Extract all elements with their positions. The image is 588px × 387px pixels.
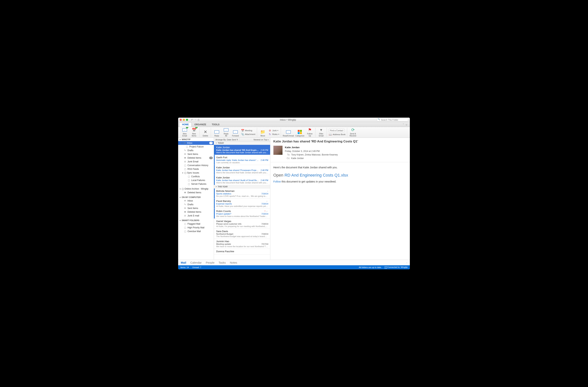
folder-drafts[interactable]: ✎Drafts [178,149,214,152]
nav-notes[interactable]: Notes [230,261,237,264]
message-item[interactable]: Katie JordanKatie Jordan has shared 'Aud… [214,175,270,185]
follow-link[interactable]: Follow [273,180,281,183]
smartfolders-header[interactable]: SMART FOLDERS [178,219,214,222]
message-preview: We need to have a review about the North… [216,215,268,217]
account-header[interactable]: WINGTIP [178,138,214,141]
attachment-button[interactable]: 📎 Attachment [241,133,255,136]
message-item[interactable]: Garth FortAutomatic reply: Katie Jordan … [214,155,270,165]
folder-icon: ▢ [184,172,186,174]
unread-badge: 7 [209,142,213,144]
message-group-header[interactable]: TODAY [214,141,270,145]
folder-conversation-history[interactable]: ▢Conversation History [178,163,214,167]
message-item[interactable]: Katie JordanKatie Jordan has shared 'RD … [214,145,270,155]
folder-sync-issues[interactable]: ▢Sync Issues [178,171,214,175]
message-from: Sara Davis [216,230,228,233]
calendar-icon: 📅 [241,129,244,132]
filter-email-button[interactable]: ▾ Filter Email [317,127,325,137]
funnel-icon: ▾ [318,127,324,133]
om-inbox[interactable]: ✉Inbox [178,199,214,203]
message-item[interactable]: Junmin HaoMeeting update7/17/14We have t… [214,239,270,249]
redo-icon[interactable]: ↷ [194,118,197,121]
message-item[interactable]: Pavel Bansky←Expense reports7/18/14Hi Ka… [214,198,270,209]
arrange-bar[interactable]: Arrange By: Date Sent ⇅ Newest on Top ▾ [214,138,270,141]
folder-inbox[interactable]: ✉ Inbox 7 [178,141,214,145]
search-input[interactable] [377,118,408,121]
ribbon-collapse-icon[interactable]: ˄ [403,123,404,126]
message-item[interactable]: Garret VargasPlease send customer info7/… [214,219,270,229]
folder-junk[interactable]: ⊘Junk Email [178,160,214,163]
feedback-icon[interactable]: ☺ [405,123,408,126]
print-icon[interactable]: ⎙ [198,118,199,121]
folder-project-falcon[interactable]: ▢Project Falcon [178,145,214,149]
follow-up-button[interactable]: ⚑ Follow Up [306,127,314,137]
nav-people[interactable]: People [206,261,214,264]
message-item[interactable]: Sara DavisNorthwind Budget7/18/14The Nor… [214,229,270,239]
categorize-button[interactable]: Categorize [295,129,304,137]
message-item[interactable]: Dorena Paschke [214,249,270,254]
new-email-button[interactable]: New Email [181,127,189,137]
folder-local-failures[interactable]: ▢Local Failures [178,178,214,182]
forward-button[interactable]: Forward [231,129,239,137]
message-from: Dorena Paschke [216,250,234,253]
read-unread-button[interactable]: Read/Unread [283,129,294,137]
folder-server-failures[interactable]: ▢Server Failures [178,182,214,186]
message-preview: Do you LOVE sports? If so, read on... We… [216,195,268,197]
om-drafts[interactable]: ✎Drafts [178,203,214,206]
om-sent[interactable]: ✉Sent Items [178,206,214,210]
message-item[interactable]: Belinda Newman↓Sports statistics7/18/14D… [214,189,270,198]
message-time: 7/18/14 [261,203,268,205]
reading-body-intro: Here's the document that Katie Jordan sh… [273,166,407,170]
meeting-button[interactable]: 📅 Meeting [241,129,255,132]
reply-button[interactable]: Reply [213,129,221,137]
undo-icon[interactable]: ↶ [191,118,193,121]
nav-mail[interactable]: Mail [181,261,186,264]
folder-conflicts[interactable]: ▢Conflicts [178,175,214,178]
sf-highpri[interactable]: ▢High Priority Mail [178,226,214,230]
folder-deleted[interactable]: ✖Deleted Items3 [178,156,214,160]
onmycomputer-header[interactable]: ON MY COMPUTER [178,195,214,199]
status-unread: Unread: 7 [192,266,201,269]
sent-icon: ✉ [184,207,186,210]
envelope-icon [224,128,229,132]
window-minimize[interactable] [183,119,185,121]
junk-button[interactable]: ⊘ Junk▾ [268,129,279,132]
sf-flagged[interactable]: ▢Flagged Mail [178,222,214,226]
tab-home[interactable]: HOME [179,122,191,127]
sf-overdue[interactable]: ▢Overdue Mail [178,230,214,233]
folder-sent[interactable]: ✉Sent Items [178,152,214,156]
new-items-button[interactable]: 📅 New Items [190,127,198,137]
tab-tools[interactable]: TOOLS [209,122,222,127]
nav-collapse-icon[interactable]: ‹ [406,262,407,264]
move-button[interactable]: 📁 Move [259,129,267,137]
window-zoom[interactable] [186,119,188,121]
window-close[interactable] [180,119,182,121]
message-group-header[interactable]: THIS YEAR [214,185,270,189]
om-deleted[interactable]: ✖Deleted Items [178,210,214,214]
unread-stripe [214,175,215,185]
archive-deleted[interactable]: ✖Deleted Items [178,191,214,194]
delete-button[interactable]: ✕ Delete [201,129,209,137]
message-preview: Here's the document that Katie Jordan sh… [216,172,268,174]
message-time: 7/17/14 [261,243,268,245]
message-subject: Katie Jordan has shared 'Proseware Proje… [216,169,261,171]
rules-button[interactable]: ↻ Rules▾ [268,133,279,136]
module-nav: Mail Calendar People Tasks Notes ‹ [178,260,410,265]
message-item[interactable]: Katie JordanKatie Jordan has shared 'Pro… [214,165,270,175]
send-receive-button[interactable]: ⟳ Send & Receive [349,127,357,137]
address-book-button[interactable]: 📖 Address Book [329,133,345,136]
find-contact-input[interactable]: Find a Contact [329,129,345,132]
folder-icon: ▢ [184,230,186,233]
tab-organize[interactable]: ORGANIZE [191,122,209,127]
open-document-link[interactable]: RD And Engineering Costs Q1.xlsx [284,173,348,177]
nav-calendar[interactable]: Calendar [190,261,202,264]
nav-tasks[interactable]: Tasks [219,261,226,264]
folder-rss[interactable]: ▢RSS Feeds [178,167,214,171]
message-item[interactable]: Robin Counts!←Project update?7/18/14We n… [214,209,270,219]
archive-header[interactable]: ▢Online Archive - Wingtip [178,187,214,191]
trash-icon: ✖ [184,156,186,159]
reply-all-button[interactable]: Reply All [222,127,230,137]
message-from: Junmin Hao [216,240,229,243]
calendar-icon: 📅 [191,127,197,133]
address-book-icon: 📖 [329,133,332,136]
om-junk[interactable]: ⊘Junk E-mail [178,214,214,217]
